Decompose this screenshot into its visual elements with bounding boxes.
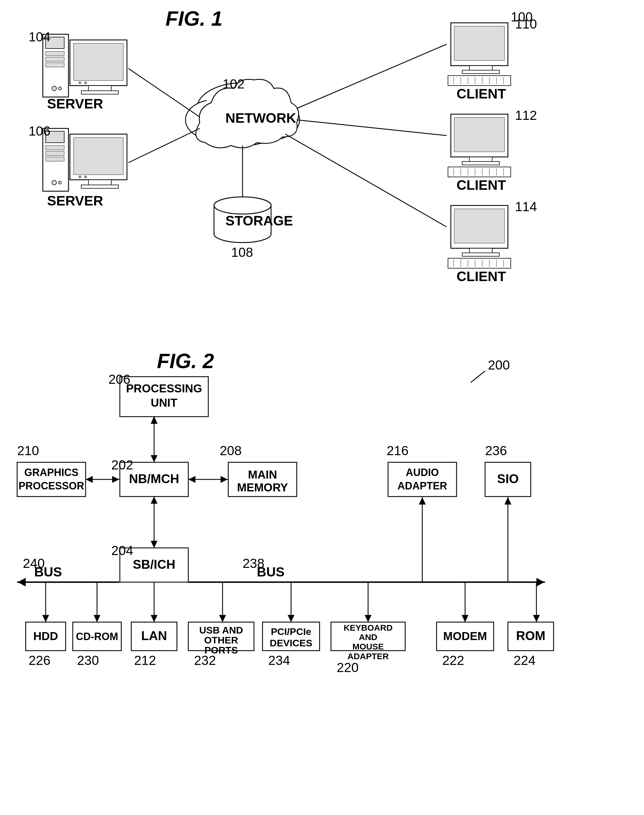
svg-marker-113	[94, 615, 100, 622]
label-cdrom: CD-ROM	[76, 631, 118, 642]
ref-208: 208	[220, 443, 242, 458]
label-pci2: DEVICES	[270, 637, 312, 648]
label-audio1: AUDIO	[406, 467, 439, 478]
svg-line-85	[471, 371, 485, 382]
svg-rect-11	[81, 91, 118, 94]
svg-marker-106	[18, 578, 26, 586]
ref-232: 232	[194, 653, 216, 668]
svg-marker-108	[537, 578, 544, 586]
fig2-diagram: FIG. 2 200 PROCESSING UNIT 206 NB/MCH 20…	[0, 342, 644, 815]
fig2-title: FIG. 2	[157, 350, 214, 372]
svg-rect-3	[46, 51, 64, 56]
svg-marker-127	[504, 497, 511, 505]
label-modem: MODEM	[443, 630, 487, 642]
label-pci1: PCI/PCIe	[271, 626, 311, 637]
svg-rect-44	[448, 76, 511, 86]
ref-234: 234	[268, 653, 290, 668]
svg-marker-119	[288, 615, 294, 622]
svg-marker-129	[533, 615, 540, 622]
svg-rect-4	[46, 57, 64, 61]
svg-point-20	[58, 181, 61, 184]
svg-rect-70	[448, 258, 511, 268]
ref-106: 106	[29, 124, 51, 138]
label-server1: SERVER	[47, 96, 103, 111]
ref-200: 200	[488, 358, 510, 372]
label-lan: LAN	[141, 629, 167, 643]
ref-220: 220	[337, 660, 359, 675]
label-rom: ROM	[516, 629, 546, 643]
svg-marker-103	[151, 497, 158, 503]
svg-point-13	[84, 81, 87, 84]
ref-240: 240	[23, 556, 45, 571]
ref-226: 226	[29, 653, 51, 668]
label-main-memory1: MAIN	[248, 468, 277, 481]
label-processing-unit: PROCESSING	[126, 382, 202, 394]
svg-rect-57	[448, 167, 511, 177]
label-sb-ich: SB/ICH	[133, 557, 175, 571]
ref-224: 224	[514, 653, 535, 668]
svg-rect-43	[462, 70, 499, 74]
svg-rect-54	[454, 118, 504, 152]
fig1-diagram: FIG. 1 100 SERVER 104	[0, 0, 644, 342]
label-kbd4: ADAPTER	[347, 651, 389, 661]
label-usb2: OTHER	[204, 635, 238, 646]
fig1-title: FIG. 1	[166, 7, 222, 30]
svg-rect-56	[462, 161, 499, 165]
svg-marker-117	[219, 615, 226, 622]
ref-114: 114	[515, 199, 537, 214]
svg-point-12	[78, 81, 81, 84]
svg-rect-18	[46, 157, 64, 161]
ref-204: 204	[111, 543, 133, 558]
svg-marker-111	[42, 615, 49, 622]
svg-marker-125	[462, 615, 469, 622]
svg-line-83	[285, 134, 446, 227]
svg-rect-41	[454, 26, 504, 60]
svg-marker-89	[151, 416, 158, 424]
label-network: NETWORK	[225, 111, 296, 126]
ref-238: 238	[242, 556, 265, 571]
label-sio: SIO	[497, 472, 519, 486]
label-graphics1: GRAPHICS	[24, 467, 78, 478]
svg-marker-123	[419, 497, 426, 505]
ref-212: 212	[134, 653, 156, 668]
svg-marker-121	[365, 615, 371, 622]
svg-line-81	[297, 44, 446, 109]
ref-216: 216	[386, 443, 409, 458]
svg-marker-104	[151, 541, 158, 548]
svg-rect-16	[46, 146, 64, 150]
label-client1: CLIENT	[457, 86, 506, 101]
svg-marker-94	[188, 476, 195, 483]
label-hdd: HDD	[34, 630, 58, 642]
svg-rect-69	[462, 253, 499, 256]
label-kbd2: AND	[359, 632, 377, 642]
label-audio2: ADAPTER	[397, 480, 447, 492]
svg-point-19	[52, 180, 57, 185]
svg-rect-5	[46, 63, 64, 67]
ref-102: 102	[222, 77, 245, 91]
label-server2: SERVER	[47, 193, 103, 208]
page: FIG. 1 100 SERVER 104	[0, 0, 644, 815]
svg-line-82	[297, 120, 446, 135]
svg-line-80	[129, 128, 200, 163]
ref-236: 236	[485, 443, 507, 458]
svg-rect-67	[454, 209, 504, 243]
label-kbd3: MOUSE	[353, 642, 384, 651]
svg-point-7	[58, 87, 61, 90]
ref-206: 206	[109, 372, 130, 387]
label-main-memory2: MEMORY	[237, 481, 288, 494]
svg-point-39	[214, 197, 271, 214]
svg-point-6	[52, 86, 57, 91]
svg-line-79	[129, 69, 200, 117]
svg-point-25	[78, 175, 81, 178]
ref-112: 112	[515, 108, 537, 123]
ref-202: 202	[111, 457, 133, 472]
svg-point-26	[84, 175, 87, 178]
ref-104: 104	[29, 29, 51, 44]
svg-marker-98	[112, 476, 119, 483]
ref-110: 110	[515, 17, 537, 31]
label-graphics2: PROCESSOR	[18, 480, 84, 492]
label-processing-unit2: UNIT	[151, 396, 177, 409]
ref-210: 210	[17, 443, 39, 458]
svg-marker-97	[86, 476, 93, 483]
svg-rect-9	[74, 43, 123, 80]
